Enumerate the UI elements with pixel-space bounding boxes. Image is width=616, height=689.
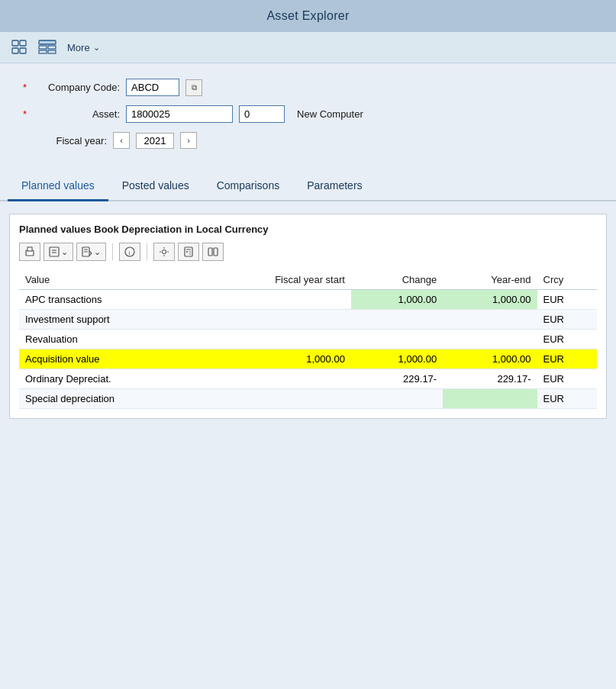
svg-text:i: i — [129, 250, 131, 256]
fiscal-year-row: Fiscal year: ‹ 2021 › — [23, 132, 593, 149]
tab-planned-values[interactable]: Planned values — [8, 172, 108, 201]
svg-rect-6 — [48, 46, 56, 49]
company-code-row: * Company Code: ⧉ — [23, 79, 593, 96]
cell-fiscal-year-start — [202, 290, 351, 310]
svg-rect-8 — [48, 50, 56, 53]
col-header-year-end: Year-end — [443, 270, 537, 290]
svg-rect-12 — [50, 247, 59, 256]
tab-comparisons-label: Comparisons — [217, 179, 279, 192]
fiscal-year-next-button[interactable]: › — [180, 132, 197, 149]
svg-rect-2 — [12, 48, 18, 53]
cell-value: Revaluation — [19, 330, 202, 349]
copy-icon: ⧉ — [192, 83, 197, 92]
cell-fiscal-year-start: 1,000.00 — [202, 349, 351, 369]
settings-button[interactable] — [153, 243, 175, 261]
copy-icon-button[interactable]: ⧉ — [185, 79, 202, 96]
more-label: More — [67, 42, 90, 53]
compare-button[interactable] — [202, 243, 224, 261]
col-header-fiscal-year-start: Fiscal year start — [202, 270, 351, 290]
details-button[interactable]: ⌄ — [76, 243, 106, 261]
cell-year-end — [443, 389, 537, 409]
svg-rect-27 — [208, 248, 212, 256]
cell-year-end: 1,000.00 — [443, 290, 537, 310]
table-row: Ordinary Depreciat.229.17-229.17-EUR — [19, 369, 597, 389]
tab-parameters-label: Parameters — [307, 179, 362, 192]
calc-button[interactable] — [178, 243, 199, 261]
tab-parameters[interactable]: Parameters — [293, 172, 376, 201]
tab-comparisons[interactable]: Comparisons — [203, 172, 293, 201]
table-toolbar: ⌄ ⌄ i — [19, 243, 597, 261]
cell-year-end — [443, 310, 537, 330]
company-code-label: Company Code: — [36, 82, 120, 93]
cell-value: APC transactions — [19, 290, 202, 310]
cell-crcy: EUR — [537, 389, 598, 409]
cell-value: Investment support — [19, 310, 202, 330]
asset-row: * Asset: New Computer — [23, 105, 593, 123]
cell-change — [351, 389, 443, 409]
fiscal-year-value: 2021 — [136, 133, 174, 149]
asset-label: Asset: — [36, 108, 120, 120]
table-card-title: Planned values Book Depreciation in Loca… — [19, 224, 597, 235]
cell-change — [351, 330, 443, 349]
col-header-change: Change — [351, 270, 443, 290]
svg-point-20 — [163, 250, 166, 254]
cell-change: 1,000.00 — [351, 349, 443, 369]
tabs-bar: Planned values Posted values Comparisons… — [0, 172, 616, 201]
required-star-asset: * — [23, 108, 27, 120]
more-menu[interactable]: More ⌄ — [64, 40, 103, 55]
svg-rect-11 — [27, 253, 32, 255]
svg-rect-4 — [39, 40, 56, 44]
tab-posted-values-label: Posted values — [122, 179, 189, 192]
cell-crcy: EUR — [537, 290, 598, 310]
cell-fiscal-year-start — [202, 330, 351, 349]
cell-year-end: 1,000.00 — [443, 349, 537, 369]
cell-value: Ordinary Depreciat. — [19, 369, 202, 389]
table-row: Special depreciationEUR — [19, 389, 597, 409]
cell-value: Special depreciation — [19, 389, 202, 409]
toolbar-icon-grid[interactable] — [9, 38, 31, 56]
asset-name-label: New Computer — [297, 108, 363, 120]
table-row: APC transactions1,000.001,000.00EUR — [19, 290, 597, 310]
content-area: Planned values Book Depreciation in Loca… — [0, 201, 616, 431]
cell-crcy: EUR — [537, 310, 598, 330]
cell-fiscal-year-start — [202, 389, 351, 409]
col-header-value: Value — [19, 270, 202, 290]
chevron-down-icon-export: ⌄ — [61, 247, 68, 257]
cell-change: 1,000.00 — [351, 290, 443, 310]
company-code-input[interactable] — [126, 79, 179, 96]
svg-rect-3 — [20, 48, 26, 53]
svg-rect-1 — [20, 40, 26, 46]
svg-rect-21 — [185, 247, 192, 256]
cell-crcy: EUR — [537, 349, 598, 369]
toolbar: More ⌄ — [0, 32, 616, 63]
print-button[interactable] — [19, 243, 40, 261]
cell-value: Acquisition value — [19, 349, 202, 369]
table-row: RevaluationEUR — [19, 330, 597, 349]
cell-change: 229.17- — [351, 369, 443, 389]
svg-rect-0 — [12, 40, 18, 46]
app-title: Asset Explorer — [266, 9, 349, 22]
fiscal-year-label: Fiscal year: — [23, 135, 107, 146]
svg-rect-28 — [214, 248, 218, 256]
cell-crcy: EUR — [537, 369, 598, 389]
cell-fiscal-year-start — [202, 369, 351, 389]
toolbar-separator-2 — [147, 243, 147, 260]
cell-change — [351, 310, 443, 330]
svg-rect-10 — [27, 247, 32, 251]
chevron-down-icon-details: ⌄ — [94, 247, 101, 257]
cell-crcy: EUR — [537, 330, 598, 349]
cell-year-end: 229.17- — [443, 369, 537, 389]
form-area: * Company Code: ⧉ * Asset: New Computer … — [0, 63, 616, 169]
table-row: Acquisition value1,000.001,000.001,000.0… — [19, 349, 597, 369]
fiscal-year-prev-button[interactable]: ‹ — [113, 132, 130, 149]
required-star-company: * — [23, 82, 27, 93]
asset-input[interactable] — [126, 105, 233, 123]
app-header: Asset Explorer — [0, 0, 616, 32]
chevron-down-icon: ⌄ — [93, 43, 100, 53]
subasset-input[interactable] — [239, 105, 285, 123]
tab-posted-values[interactable]: Posted values — [108, 172, 203, 201]
toolbar-icon-table[interactable] — [37, 38, 58, 56]
info-button[interactable]: i — [119, 243, 140, 261]
export-button[interactable]: ⌄ — [44, 243, 73, 261]
svg-rect-5 — [39, 46, 47, 49]
